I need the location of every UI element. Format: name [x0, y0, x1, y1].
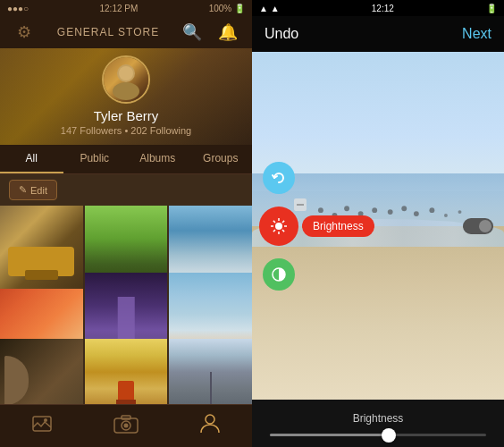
svg-point-19: [444, 214, 448, 217]
svg-point-1: [113, 82, 139, 100]
left-status-battery: 100% 🔋: [209, 4, 245, 13]
left-status-bar: ●●●○ 12:12 PM 100% 🔋: [0, 0, 252, 16]
general-store-label: GENERAL STORE: [57, 26, 159, 38]
brightness-slider[interactable]: [270, 434, 486, 436]
profile-name: Tyler Berry: [94, 108, 159, 123]
profile-stats: 147 Followers • 202 Following: [61, 125, 191, 136]
toggle-area[interactable]: [463, 218, 493, 234]
edit-label: Edit: [30, 185, 47, 196]
tabs-bar: All Public Albums Groups: [0, 145, 252, 174]
svg-point-10: [318, 207, 323, 213]
undo-tool-button[interactable]: [263, 162, 295, 194]
tab-albums[interactable]: Albums: [126, 145, 189, 173]
svg-point-15: [388, 209, 393, 215]
photo-cell-1[interactable]: [0, 206, 83, 289]
svg-point-18: [430, 207, 435, 213]
svg-point-9: [206, 415, 214, 424]
eraser-area: [293, 198, 307, 215]
tool-panel: Brightness: [259, 162, 298, 291]
gear-icon[interactable]: ⚙: [11, 22, 38, 42]
slider-label: Brightness: [266, 412, 490, 425]
svg-line-26: [273, 220, 275, 222]
svg-line-29: [273, 230, 275, 232]
brightness-toggle[interactable]: [463, 218, 493, 234]
profile-section: Tyler Berry 147 Followers • 202 Followin…: [0, 48, 252, 145]
tab-all[interactable]: All: [0, 145, 63, 173]
svg-point-8: [124, 424, 129, 428]
following-count: 202 Following: [130, 125, 191, 136]
photo-edit-area: Brightness: [252, 52, 504, 400]
avatar-image: [104, 57, 148, 102]
svg-point-14: [373, 207, 378, 213]
svg-point-20: [458, 210, 462, 214]
stats-separator: •: [124, 125, 128, 136]
bottom-nav: [0, 404, 252, 447]
contrast-tool-button[interactable]: [263, 258, 295, 291]
svg-point-2: [119, 66, 133, 80]
photo-cell-8[interactable]: [85, 339, 168, 404]
svg-rect-7: [122, 416, 130, 419]
right-signal-icon: ▲ ▲: [259, 4, 280, 13]
svg-point-21: [275, 223, 282, 230]
svg-point-16: [402, 206, 407, 211]
search-icon[interactable]: 🔍: [179, 22, 206, 42]
nav-profile[interactable]: [197, 413, 223, 439]
photo-grid: B: [0, 206, 252, 404]
edit-pencil-icon: ✎: [19, 184, 27, 196]
slider-thumb[interactable]: [382, 428, 396, 443]
svg-point-12: [345, 206, 350, 211]
photo-cell-7[interactable]: [0, 339, 83, 404]
followers-count: 147 Followers: [61, 125, 122, 136]
tab-public[interactable]: Public: [63, 145, 127, 173]
avatar[interactable]: [102, 55, 150, 104]
right-top-bar: Undo Next: [252, 16, 504, 52]
tab-groups[interactable]: Groups: [189, 145, 253, 173]
svg-point-4: [44, 418, 47, 422]
right-status-time: 12:12: [372, 4, 394, 13]
svg-line-27: [282, 230, 284, 232]
left-panel: ●●●○ 12:12 PM 100% 🔋 ⚙ GENERAL STORE 🔍 🔔…: [0, 0, 252, 447]
slider-fill: [270, 434, 389, 436]
brightness-label: Brightness: [302, 215, 374, 237]
edit-button[interactable]: ✎ Edit: [9, 180, 57, 200]
next-button[interactable]: Next: [462, 26, 491, 42]
bell-icon[interactable]: 🔔: [214, 22, 241, 42]
photo-cell-9[interactable]: [169, 339, 252, 404]
right-panel: ▲ ▲ 12:12 🔋 Undo Next: [252, 0, 504, 447]
svg-line-28: [282, 220, 284, 222]
right-status-bar: ▲ ▲ 12:12 🔋: [252, 0, 504, 16]
right-battery-icon: 🔋: [486, 4, 497, 13]
undo-label[interactable]: Undo: [265, 26, 298, 42]
grid-header: ✎ Edit: [0, 174, 252, 206]
nav-gallery[interactable]: [29, 413, 55, 439]
bottom-controls: Brightness: [252, 400, 504, 447]
left-top-bar: ⚙ GENERAL STORE 🔍 🔔: [0, 16, 252, 48]
left-status-signal: ●●●○: [7, 4, 29, 13]
svg-point-17: [414, 211, 419, 216]
left-status-time: 12:12 PM: [100, 4, 139, 13]
nav-camera[interactable]: [113, 413, 139, 439]
